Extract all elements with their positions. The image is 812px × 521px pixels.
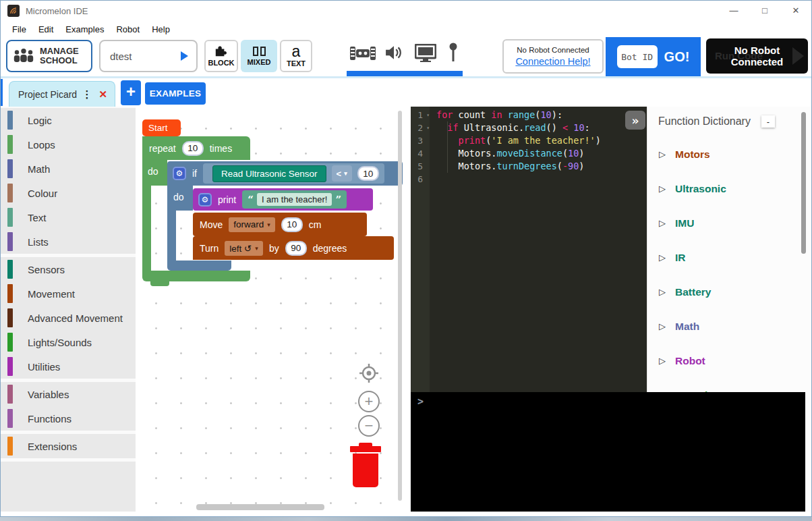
zoom-out-button[interactable]: − <box>358 415 380 437</box>
gutter-line-1[interactable]: 1▾ <box>411 109 430 121</box>
code-line-2[interactable]: if Ultrasonic.read() < 10: <box>436 121 647 134</box>
palette-category-loops[interactable]: Loops <box>1 132 136 157</box>
manage-school-button[interactable]: MANAGE SCHOOL <box>6 40 92 72</box>
editor-collapse-button[interactable]: » <box>625 111 645 130</box>
dictionary-item-robot[interactable]: ▷Robot <box>647 344 812 378</box>
robot-rover-icon[interactable] <box>349 43 377 67</box>
code-line-1[interactable]: for count in range(10): <box>436 109 647 121</box>
expand-triangle-icon[interactable]: ▷ <box>659 184 666 194</box>
palette-category-extensions[interactable]: Extensions <box>1 434 136 458</box>
menu-item-edit[interactable]: Edit <box>32 24 59 34</box>
close-button[interactable]: ✕ <box>780 1 811 21</box>
menu-item-help[interactable]: Help <box>146 24 176 34</box>
code-line-6[interactable] <box>436 173 647 186</box>
move-direction-dropdown[interactable]: forward ▾ <box>229 217 275 232</box>
read-ultrasonic-sensor-block[interactable]: Read Ultrasonic Sensor <box>212 165 326 182</box>
repeat-block[interactable]: repeat 10 times <box>142 136 250 160</box>
mode-text-button[interactable]: a TEXT <box>280 40 312 72</box>
minimize-button[interactable]: — <box>718 1 749 21</box>
start-block[interactable]: Start <box>142 119 181 136</box>
workspace-horizontal-scrollbar[interactable] <box>196 504 324 510</box>
dictionary-item-ir[interactable]: ▷IR <box>647 240 812 275</box>
print-block[interactable]: ⚙ print “ I am the teacher! ” <box>193 188 373 211</box>
move-distance-field[interactable]: 10 <box>281 217 303 232</box>
palette-category-math[interactable]: Math <box>1 157 136 181</box>
trash-icon[interactable] <box>350 443 381 487</box>
mode-block-button[interactable]: BLOCK <box>204 40 238 72</box>
go-button[interactable]: GO! <box>664 49 690 65</box>
repeat-count-field[interactable]: 10 <box>182 141 204 156</box>
menu-item-robot[interactable]: Robot <box>110 24 146 34</box>
code-editor[interactable]: 1▾2▾3456 for count in range(10): if Ultr… <box>411 107 647 392</box>
editor-code-area[interactable]: for count in range(10): if Ultrasonic.re… <box>436 109 647 186</box>
gutter-line-3[interactable]: 3 <box>411 134 430 147</box>
mutator-gear-icon[interactable]: ⚙ <box>173 167 186 180</box>
gutter-line-2[interactable]: 2▾ <box>411 121 430 134</box>
fold-caret-icon[interactable]: ▾ <box>426 121 430 134</box>
dictionary-item-math[interactable]: ▷Math <box>647 309 812 344</box>
dictionary-item-battery[interactable]: ▷Battery <box>647 275 812 309</box>
mode-mixed-button[interactable]: MIXED <box>241 40 277 72</box>
console-panel[interactable]: > <box>411 392 805 512</box>
workspace-vertical-scrollbar[interactable] <box>398 111 402 501</box>
palette-category-text[interactable]: Text <box>1 205 136 229</box>
turn-degrees-field[interactable]: 90 <box>285 241 307 256</box>
palette-category-variables[interactable]: Variables <box>1 382 136 406</box>
compare-value-field[interactable]: 10 <box>357 166 379 181</box>
code-line-5[interactable]: Motors.turnDegrees(-90) <box>436 160 647 173</box>
zoom-reset-button[interactable] <box>358 362 380 384</box>
expand-triangle-icon[interactable]: ▷ <box>659 149 666 159</box>
palette-category-advanced-movement[interactable]: Advanced Movement <box>1 306 136 330</box>
code-line-3[interactable]: print('I am the teacher!') <box>436 134 647 147</box>
examples-button[interactable]: EXAMPLES <box>145 82 206 105</box>
dictionary-item-imu[interactable]: ▷IMU <box>647 206 812 240</box>
palette-category-utilities[interactable]: Utilities <box>1 354 136 379</box>
gutter-line-5[interactable]: 5 <box>411 160 430 173</box>
dictionary-scrollbar[interactable] <box>801 112 806 254</box>
tab-close-icon[interactable]: ✕ <box>98 88 107 101</box>
gutter-line-6[interactable]: 6 <box>411 173 430 186</box>
palette-category-lists[interactable]: Lists <box>1 229 136 254</box>
expand-triangle-icon[interactable]: ▷ <box>659 287 666 297</box>
palette-category-lights-sounds[interactable]: Lights/Sounds <box>1 330 136 354</box>
speaker-icon[interactable] <box>384 44 404 64</box>
run-code-button[interactable]: Run Code No Robot Connected <box>706 38 808 74</box>
palette-category-colour[interactable]: Colour <box>1 181 136 205</box>
project-tab[interactable]: Project Picard ⋮ ✕ <box>9 81 115 107</box>
palette-category-sensors[interactable]: Sensors <box>1 257 136 281</box>
turn-direction-dropdown[interactable]: left ↺ ▾ <box>225 241 263 256</box>
dictionary-minimize-button[interactable]: - <box>761 115 775 128</box>
string-value-field[interactable]: I am the teacher! <box>257 193 332 206</box>
turn-block[interactable]: Turn left ↺ ▾ by 90 degrees <box>193 236 394 260</box>
zoom-in-button[interactable]: + <box>358 391 380 412</box>
add-project-button[interactable]: + <box>121 80 141 105</box>
connection-help-link[interactable]: Connection Help! <box>515 56 590 67</box>
dictionary-item-motors[interactable]: ▷Motors <box>647 137 812 171</box>
project-select[interactable]: dtest <box>99 40 198 72</box>
comparison-block[interactable]: Read Ultrasonic Sensor < ▾ 10 <box>203 163 384 184</box>
tab-menu-icon[interactable]: ⋮ <box>80 88 93 101</box>
expand-triangle-icon[interactable]: ▷ <box>659 356 666 366</box>
if-block[interactable]: ⚙ if Read Ultrasonic Sensor < ▾ 10 <box>167 161 403 186</box>
dictionary-item-ultrasonic[interactable]: ▷Ultrasonic <box>647 171 812 206</box>
mutator-gear-icon[interactable]: ⚙ <box>198 193 212 207</box>
screen-icon[interactable] <box>415 44 436 65</box>
expand-triangle-icon[interactable]: ▷ <box>659 218 666 228</box>
blockly-workspace[interactable]: Start repeat 10 times do ⚙ if Read Ultra… <box>136 107 403 512</box>
bot-id-input[interactable]: Bot ID <box>617 45 658 68</box>
palette-category-logic[interactable]: Logic <box>1 108 136 132</box>
gutter-line-4[interactable]: 4 <box>411 147 430 160</box>
expand-triangle-icon[interactable]: ▷ <box>659 321 666 331</box>
palette-category-functions[interactable]: Functions <box>1 406 136 431</box>
string-block[interactable]: “ I am the teacher! ” <box>242 190 347 209</box>
menu-item-examples[interactable]: Examples <box>59 24 110 34</box>
operator-dropdown[interactable]: < ▾ <box>332 165 352 182</box>
expand-triangle-icon[interactable]: ▷ <box>659 252 666 263</box>
move-block[interactable]: Move forward ▾ 10 cm <box>193 213 367 236</box>
fold-caret-icon[interactable]: ▾ <box>426 109 430 121</box>
light-pin-icon[interactable] <box>448 43 458 65</box>
maximize-button[interactable]: □ <box>749 1 780 21</box>
palette-category-movement[interactable]: Movement <box>1 281 136 306</box>
code-line-4[interactable]: Motors.moveDistance(10) <box>436 147 647 160</box>
menu-item-file[interactable]: File <box>6 24 32 34</box>
